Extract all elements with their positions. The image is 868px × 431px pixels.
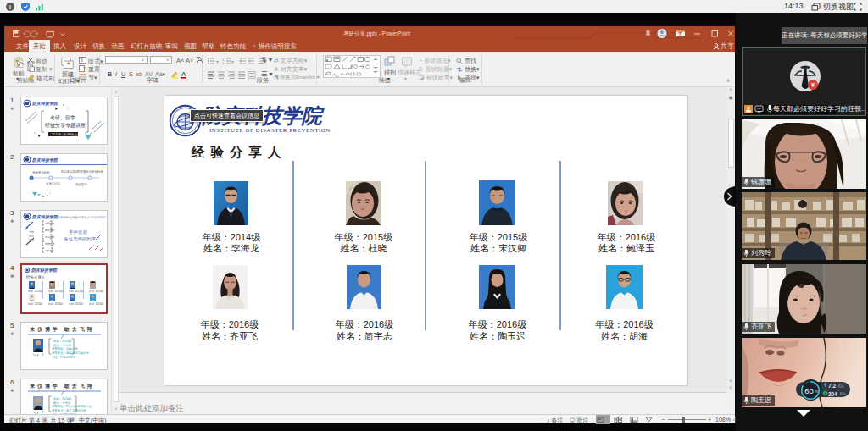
svg-text:¥: ¥: [811, 82, 815, 88]
svg-text:各位老师的到来！: 各位老师的到来！: [64, 236, 101, 242]
svg-text:录取通知: 录取通知: [45, 248, 54, 251]
svg-text:灾: 灾: [180, 107, 182, 110]
svg-text:来仪博学 敢去飞翔: 来仪博学 敢去飞翔: [30, 326, 95, 333]
svg-text:防灾科技学院: 防灾科技学院: [31, 101, 58, 106]
svg-text:考研初试: 考研初试: [45, 221, 54, 224]
svg-text:60: 60: [804, 385, 814, 395]
svg-text:准考证打印: 准考证打印: [46, 182, 61, 185]
svg-text:考研、留学: 考研、留学: [50, 115, 75, 121]
svg-text:年级：2014级: 年级：2014级: [53, 397, 72, 401]
svg-text:年级: 2016级: 年级: 2016级: [89, 290, 103, 293]
svg-text:年级: 2016级: 年级: 2016级: [69, 302, 83, 306]
svg-text:K/s: K/s: [840, 392, 846, 396]
svg-text:安排: 安排: [29, 239, 34, 242]
svg-text:经验分享人: 经验分享人: [26, 274, 46, 279]
svg-text:考取专业：电子与通信工程: 考取专业：电子与通信工程: [52, 407, 86, 412]
svg-text:经验分享专题讲座: 经验分享专题讲座: [45, 122, 86, 129]
svg-text:年级: 2015级: 年级: 2015级: [69, 290, 83, 293]
svg-text:7.2: 7.2: [828, 383, 836, 389]
svg-text:考取专业：电磁场与无线技术: 考取专业：电磁场与无线技术: [52, 350, 90, 354]
svg-text:初试复试安排: 初试复试安排: [61, 170, 79, 174]
svg-text:成绩查询: 成绩查询: [45, 241, 54, 245]
svg-text:成绩查询: 成绩查询: [75, 183, 87, 186]
svg-text:考研报名时间: 考研报名时间: [32, 170, 50, 174]
svg-text:A: A: [181, 70, 186, 78]
svg-text:年级: 2016级: 年级: 2016级: [48, 302, 63, 306]
svg-text:✓: ✓: [31, 177, 33, 180]
svg-text:年级：2014级: 年级：2014级: [53, 340, 72, 343]
svg-text:▾: ▾: [231, 59, 234, 64]
svg-text:姓名：李伟波: 姓名：李伟波: [53, 400, 71, 404]
svg-text:2021届考研学生经验分享会必达议程指南: 2021届考研学生经验分享会必达议程指南: [50, 214, 106, 218]
svg-text:年级: 2016级: 年级: 2016级: [28, 302, 42, 306]
svg-text:时间: 时间: [29, 235, 34, 238]
svg-text:204: 204: [828, 391, 837, 397]
svg-text:%: %: [815, 390, 818, 394]
svg-text:考取院校：防灾科技学院研究生: 考取院校：防灾科技学院研究生: [52, 404, 92, 408]
svg-text:2: 2: [222, 61, 225, 64]
svg-text:防灾科技学院: 防灾科技学院: [31, 268, 58, 273]
svg-text:K/s: K/s: [838, 384, 844, 389]
svg-text:考取院校：湖南大学: 考取院校：湖南大学: [52, 346, 78, 351]
svg-text:防灾科技学院: 防灾科技学院: [31, 157, 58, 163]
svg-text:掌声欢迎: 掌声欢迎: [69, 229, 88, 235]
svg-text:考研: 考研: [29, 230, 34, 234]
svg-text:▾: ▾: [216, 59, 219, 64]
svg-text:年级: 2015级: 年级: 2015级: [48, 290, 63, 293]
svg-text:复试调剂: 复试调剂: [45, 228, 54, 231]
svg-text:年级: 2016级: 年级: 2016级: [89, 302, 103, 306]
svg-text:i: i: [9, 4, 11, 10]
svg-text:录取通知书发放时间: 录取通知书发放时间: [77, 169, 103, 174]
svg-text:QQ：9735190XX: QQ：9735190XX: [53, 355, 75, 358]
svg-text:20 21年 · 第 3期线 上分享: 20 21年 · 第 3期线 上分享: [52, 133, 83, 136]
svg-text:年级: 2014级: 年级: 2014级: [28, 290, 42, 293]
svg-text:姓名：李海龙: 姓名：李海龙: [53, 342, 71, 346]
svg-text:来仪博学 敢去飞翔: 来仪博学 敢去飞翔: [30, 383, 95, 390]
svg-text:报名时间: 报名时间: [45, 235, 54, 238]
